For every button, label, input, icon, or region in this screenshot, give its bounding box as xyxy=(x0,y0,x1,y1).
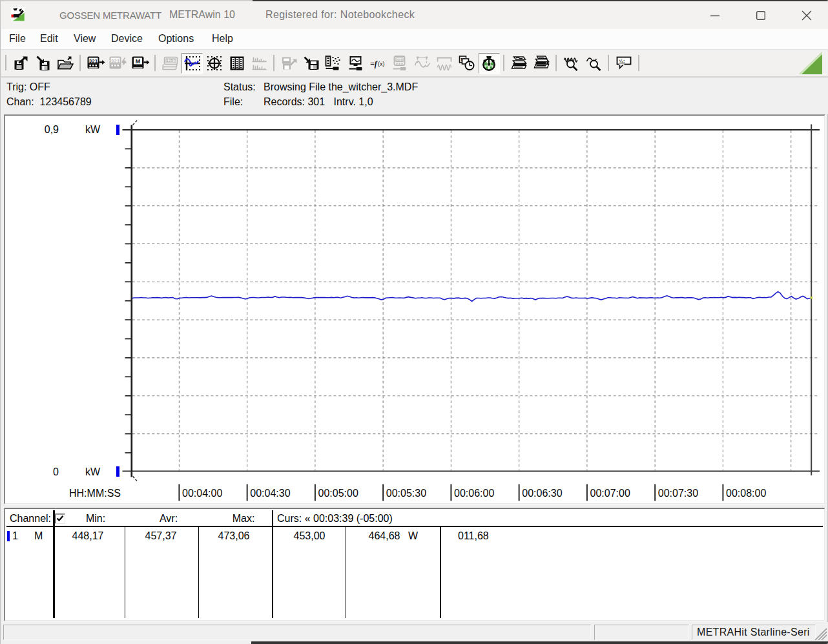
maximize-icon xyxy=(756,10,766,21)
view-numeric-display-button: 1257 xyxy=(160,53,181,74)
signal-cursors-button xyxy=(411,53,433,74)
toolbar-separator xyxy=(608,55,609,71)
device-read-memory-button[interactable]: M xyxy=(129,53,150,74)
stats-row-unit: W xyxy=(408,530,418,542)
import-from-device-button[interactable] xyxy=(300,53,322,74)
app-icon xyxy=(11,6,25,22)
channel-settings-button[interactable] xyxy=(323,53,344,74)
stats-header-avr: Avr: xyxy=(160,513,178,525)
import-from-device-icon xyxy=(302,56,320,72)
view-xy-chart-button[interactable] xyxy=(204,53,225,74)
background-window-bottom-edge xyxy=(251,641,828,644)
zoom-time-icon xyxy=(563,55,580,72)
title-app-name: METRAwin 10 xyxy=(169,9,235,21)
formula-fx-button[interactable]: =f(x) xyxy=(367,53,389,74)
status-panel-device: METRAHit Starline-Seri xyxy=(692,625,816,640)
menu-help[interactable]: Help xyxy=(212,33,233,45)
toolbar-separator xyxy=(79,55,81,71)
svg-text:¹⁄₂:: ¹⁄₂: xyxy=(619,59,625,63)
svg-text:(x): (x) xyxy=(378,61,385,67)
stats-row-cursor1: 453,00 xyxy=(294,530,326,542)
menu-view[interactable]: View xyxy=(74,33,96,45)
x-tick-label: 00:07:00 xyxy=(590,488,630,499)
save-export-button[interactable] xyxy=(10,53,32,74)
view-histogram-icon xyxy=(250,56,267,72)
export-to-device-icon xyxy=(281,56,298,72)
save-import-icon xyxy=(35,56,51,72)
resize-grip[interactable] xyxy=(812,626,827,640)
file-open-icon xyxy=(57,56,74,72)
x-tick-label: 00:08:00 xyxy=(726,488,766,499)
view-histogram-button xyxy=(248,53,269,74)
export-to-device-button xyxy=(278,53,300,74)
x-tick-label: 00:05:00 xyxy=(318,488,358,499)
table-divider-cursor2-delta xyxy=(440,526,442,618)
file-value: Records: 301 Intrv. 1,0 xyxy=(264,96,373,108)
table-divider-min-avr xyxy=(125,526,125,618)
annotation-icon: ¹⁄₂: xyxy=(615,56,632,72)
view-yt-chart-icon xyxy=(184,55,201,72)
svg-text:=f: =f xyxy=(370,59,378,68)
channel-list: Chan: 123456789 xyxy=(6,96,92,108)
menu-bar: FileEditViewDeviceOptionsHelp xyxy=(1,29,828,50)
file-open-button[interactable] xyxy=(55,53,76,74)
view-yt-chart-button[interactable] xyxy=(181,53,203,74)
device-read-memory-icon: M xyxy=(130,56,149,72)
zoom-time-button[interactable] xyxy=(561,53,582,74)
formula-fx-icon: =f(x) xyxy=(369,56,387,72)
menu-device[interactable]: Device xyxy=(111,33,143,45)
view-data-table-button[interactable] xyxy=(226,53,247,74)
chart-canvas-area[interactable] xyxy=(5,115,825,504)
save-import-button[interactable] xyxy=(32,53,54,74)
stopwatch-icon xyxy=(481,55,497,72)
x-axis-format-label: HH:MM:SS xyxy=(69,488,121,499)
checkmark-icon xyxy=(56,514,65,523)
minimize-icon xyxy=(710,10,720,21)
toolbar-separator xyxy=(638,55,639,71)
menu-file[interactable]: File xyxy=(9,33,26,45)
stats-row-min: 448,17 xyxy=(72,530,104,542)
title-brand: GOSSEN METRAWATT xyxy=(59,10,161,21)
status-panel-main xyxy=(3,625,591,640)
toolbar-separator xyxy=(503,55,504,71)
channel-visible-checkbox[interactable] xyxy=(55,514,65,524)
zoom-amplitude-button[interactable] xyxy=(583,53,605,74)
print-preview-icon xyxy=(510,55,528,72)
close-button[interactable] xyxy=(786,1,827,29)
y-axis-unit-bottom: kW xyxy=(85,466,100,478)
toolbar: 321321M1257=f(x)32112¹⁄₂: xyxy=(1,50,828,77)
svg-text:321: 321 xyxy=(111,58,120,64)
title-bar: GOSSEN METRAWATT METRAwin 10 Registered … xyxy=(1,1,828,29)
save-export-icon xyxy=(13,56,29,72)
application-window: GOSSEN METRAWATT METRAwin 10 Registered … xyxy=(0,0,828,644)
print-button[interactable] xyxy=(531,53,552,74)
stats-row-cursor2: 464,68 xyxy=(369,530,400,542)
y-axis-top-marker[interactable] xyxy=(116,125,119,135)
device-read-stop-icon: 321 xyxy=(109,56,127,72)
stats-row-delta: 011,68 xyxy=(458,530,489,542)
display-settings-button[interactable] xyxy=(345,53,366,74)
menu-options[interactable]: Options xyxy=(158,33,194,45)
status-value: Browsing File the_witcher_3.MDF xyxy=(264,81,418,93)
status-bar: METRAHit Starline-Seri xyxy=(1,622,828,641)
time-sync-button[interactable]: 12 xyxy=(456,53,477,74)
maximize-button[interactable] xyxy=(740,1,781,29)
device-read-321-button[interactable]: 321 xyxy=(85,53,106,74)
print-icon xyxy=(533,55,550,72)
stats-row-max: 473,06 xyxy=(218,530,250,542)
signal-envelope-icon xyxy=(436,56,453,72)
toolbar-separator xyxy=(273,55,274,71)
zoom-amplitude-icon xyxy=(585,55,603,72)
svg-text:1257: 1257 xyxy=(167,58,176,63)
y-axis-bottom-marker[interactable] xyxy=(116,466,119,477)
stats-row-avr: 457,37 xyxy=(145,530,177,542)
print-preview-button[interactable] xyxy=(508,53,530,74)
annotation-button[interactable]: ¹⁄₂: xyxy=(613,53,634,74)
x-tick-label: 00:04:30 xyxy=(250,488,290,499)
toolbar-separator xyxy=(154,55,156,71)
stopwatch-button[interactable] xyxy=(479,53,500,74)
table-divider-avr-max xyxy=(198,526,199,618)
minimize-button[interactable] xyxy=(694,1,736,29)
close-icon xyxy=(802,10,812,21)
menu-edit[interactable]: Edit xyxy=(40,33,58,45)
